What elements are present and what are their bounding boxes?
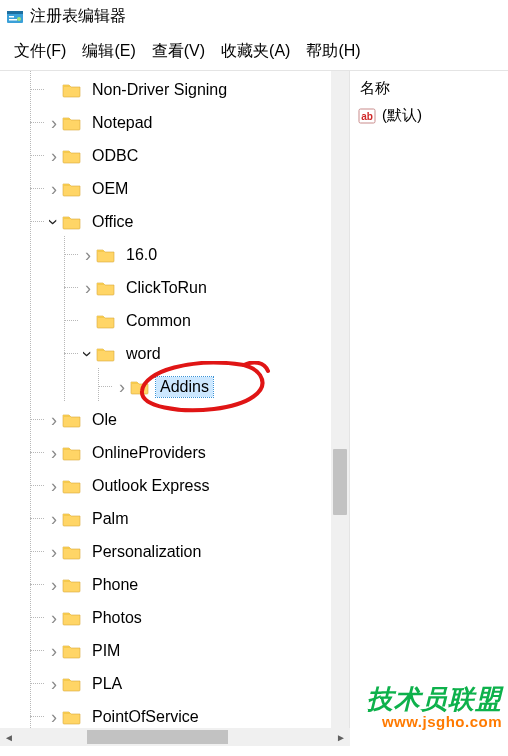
tree-item-addins[interactable]: ›Addins	[0, 370, 349, 403]
titlebar: 注册表编辑器	[0, 0, 508, 37]
tree-item-label[interactable]: OnlineProviders	[88, 443, 210, 463]
expander-closed-icon[interactable]: ›	[46, 510, 62, 528]
folder-icon	[62, 610, 82, 626]
tree[interactable]: Non-Driver Signing›Notepad›ODBC›OEM›Offi…	[0, 71, 349, 746]
tree-item-label[interactable]: ODBC	[88, 146, 142, 166]
expander-open-icon[interactable]: ›	[80, 345, 96, 363]
tree-item-common[interactable]: Common	[0, 304, 349, 337]
svg-rect-2	[9, 16, 14, 18]
folder-icon	[96, 280, 116, 296]
menu-file[interactable]: 文件(F)	[8, 39, 72, 64]
expander-closed-icon[interactable]: ›	[46, 543, 62, 561]
hscroll-track[interactable]	[18, 728, 332, 746]
expander-closed-icon[interactable]: ›	[80, 279, 96, 297]
value-name: (默认)	[382, 106, 422, 125]
folder-icon	[96, 346, 116, 362]
vertical-scrollbar-thumb[interactable]	[333, 449, 347, 515]
svg-text:ab: ab	[361, 111, 373, 122]
folder-icon	[62, 412, 82, 428]
vertical-scrollbar[interactable]	[331, 71, 349, 746]
expander-closed-icon[interactable]: ›	[46, 609, 62, 627]
horizontal-scrollbar[interactable]: ◄ ►	[0, 728, 350, 746]
svg-rect-1	[7, 11, 23, 14]
tree-item-label[interactable]: Personalization	[88, 542, 205, 562]
tree-item-label[interactable]: Phone	[88, 575, 142, 595]
expander-closed-icon[interactable]: ›	[46, 180, 62, 198]
expander-closed-icon[interactable]: ›	[46, 576, 62, 594]
tree-item-label[interactable]: Palm	[88, 509, 132, 529]
hscroll-left-arrow[interactable]: ◄	[0, 728, 18, 746]
tree-item-label[interactable]: PointOfService	[88, 707, 203, 727]
folder-icon	[62, 82, 82, 98]
value-row[interactable]: ab(默认)	[358, 104, 500, 127]
tree-pane: Non-Driver Signing›Notepad›ODBC›OEM›Offi…	[0, 71, 350, 746]
tree-item-label[interactable]: OEM	[88, 179, 132, 199]
content: Non-Driver Signing›Notepad›ODBC›OEM›Offi…	[0, 70, 508, 746]
tree-item-odbc[interactable]: ›ODBC	[0, 139, 349, 172]
app-title: 注册表编辑器	[30, 6, 126, 27]
tree-item-label[interactable]: 16.0	[122, 245, 161, 265]
value-string-icon: ab	[358, 107, 376, 125]
watermark-line1: 技术员联盟	[367, 685, 502, 714]
menu-help[interactable]: 帮助(H)	[300, 39, 366, 64]
folder-icon	[62, 115, 82, 131]
expander-closed-icon[interactable]: ›	[46, 411, 62, 429]
expander-closed-icon[interactable]: ›	[46, 477, 62, 495]
tree-item-label[interactable]: Non-Driver Signing	[88, 80, 231, 100]
expander-closed-icon[interactable]: ›	[80, 246, 96, 264]
folder-icon	[62, 676, 82, 692]
tree-item-label[interactable]: Photos	[88, 608, 146, 628]
tree-item-label[interactable]: ClickToRun	[122, 278, 211, 298]
menu-edit[interactable]: 编辑(E)	[76, 39, 141, 64]
tree-item-non-driver-signing[interactable]: Non-Driver Signing	[0, 73, 349, 106]
tree-item-word[interactable]: ›word	[0, 337, 349, 370]
tree-item-personalization[interactable]: ›Personalization	[0, 535, 349, 568]
folder-icon	[62, 214, 82, 230]
expander-closed-icon[interactable]: ›	[114, 378, 130, 396]
folder-icon	[62, 445, 82, 461]
tree-item-label[interactable]: Office	[88, 212, 138, 232]
tree-item-16-0[interactable]: ›16.0	[0, 238, 349, 271]
tree-item-office[interactable]: ›Office	[0, 205, 349, 238]
folder-icon	[62, 544, 82, 560]
expander-closed-icon[interactable]: ›	[46, 675, 62, 693]
expander-closed-icon[interactable]: ›	[46, 114, 62, 132]
expander-closed-icon[interactable]: ›	[46, 642, 62, 660]
expander-open-icon[interactable]: ›	[46, 213, 62, 231]
menu-view[interactable]: 查看(V)	[146, 39, 211, 64]
values-pane: 名称 ab(默认)	[350, 71, 508, 746]
expander-closed-icon[interactable]: ›	[46, 444, 62, 462]
tree-item-pim[interactable]: ›PIM	[0, 634, 349, 667]
tree-item-label[interactable]: PLA	[88, 674, 126, 694]
folder-icon	[62, 511, 82, 527]
tree-item-label[interactable]: Outlook Express	[88, 476, 213, 496]
tree-item-label[interactable]: Addins	[156, 377, 213, 397]
hscroll-right-arrow[interactable]: ►	[332, 728, 350, 746]
tree-item-oem[interactable]: ›OEM	[0, 172, 349, 205]
tree-item-notepad[interactable]: ›Notepad	[0, 106, 349, 139]
tree-item-outlook-express[interactable]: ›Outlook Express	[0, 469, 349, 502]
tree-item-pla[interactable]: ›PLA	[0, 667, 349, 700]
values-header-name[interactable]: 名称	[358, 75, 500, 104]
watermark-line2: www.jsgho.com	[367, 714, 502, 731]
tree-item-clicktorun[interactable]: ›ClickToRun	[0, 271, 349, 304]
expander-closed-icon[interactable]: ›	[46, 147, 62, 165]
tree-item-phone[interactable]: ›Phone	[0, 568, 349, 601]
tree-item-label[interactable]: word	[122, 344, 165, 364]
app-icon	[6, 8, 24, 26]
menubar: 文件(F) 编辑(E) 查看(V) 收藏夹(A) 帮助(H)	[0, 37, 508, 70]
tree-item-label[interactable]: Common	[122, 311, 195, 331]
tree-item-photos[interactable]: ›Photos	[0, 601, 349, 634]
svg-rect-3	[9, 19, 17, 21]
tree-item-palm[interactable]: ›Palm	[0, 502, 349, 535]
hscroll-thumb[interactable]	[87, 730, 228, 744]
folder-icon	[62, 577, 82, 593]
tree-item-label[interactable]: Notepad	[88, 113, 157, 133]
tree-item-onlineproviders[interactable]: ›OnlineProviders	[0, 436, 349, 469]
tree-item-ole[interactable]: ›Ole	[0, 403, 349, 436]
folder-icon	[62, 181, 82, 197]
tree-item-label[interactable]: Ole	[88, 410, 121, 430]
tree-item-label[interactable]: PIM	[88, 641, 124, 661]
expander-closed-icon[interactable]: ›	[46, 708, 62, 726]
menu-favorites[interactable]: 收藏夹(A)	[215, 39, 296, 64]
